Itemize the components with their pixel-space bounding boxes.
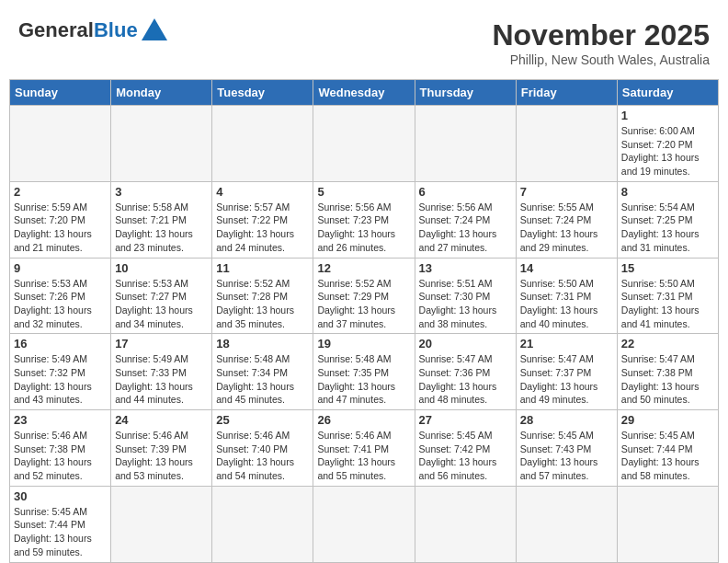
day-number: 4 — [216, 185, 309, 199]
day-info: Sunrise: 5:45 AMSunset: 7:44 PMDaylight:… — [14, 505, 107, 559]
calendar: SundayMondayTuesdayWednesdayThursdayFrid… — [9, 79, 719, 563]
weekday-header-thursday: Thursday — [415, 80, 516, 106]
day-cell — [313, 106, 415, 182]
day-number: 13 — [419, 261, 512, 275]
day-info: Sunrise: 5:59 AMSunset: 7:20 PMDaylight:… — [14, 201, 107, 255]
day-number: 29 — [621, 413, 714, 427]
day-cell: 19Sunrise: 5:48 AMSunset: 7:35 PMDayligh… — [313, 334, 415, 410]
week-row-5: 30Sunrise: 5:45 AMSunset: 7:44 PMDayligh… — [10, 486, 719, 562]
day-cell: 26Sunrise: 5:46 AMSunset: 7:41 PMDayligh… — [313, 410, 415, 487]
day-info: Sunrise: 5:47 AMSunset: 7:37 PMDaylight:… — [520, 352, 613, 407]
day-number: 6 — [419, 185, 512, 199]
day-cell: 25Sunrise: 5:46 AMSunset: 7:40 PMDayligh… — [212, 410, 313, 487]
day-info: Sunrise: 5:46 AMSunset: 7:38 PMDaylight:… — [14, 429, 107, 483]
day-cell: 10Sunrise: 5:53 AMSunset: 7:27 PMDayligh… — [111, 258, 212, 334]
day-cell: 5Sunrise: 5:56 AMSunset: 7:23 PMDaylight… — [313, 181, 415, 258]
day-cell: 1Sunrise: 6:00 AMSunset: 7:20 PMDaylight… — [617, 106, 718, 182]
day-cell — [212, 486, 313, 562]
day-info: Sunrise: 5:47 AMSunset: 7:38 PMDaylight:… — [621, 352, 714, 407]
day-cell — [313, 486, 415, 562]
day-number: 9 — [14, 261, 107, 275]
day-number: 18 — [216, 337, 309, 350]
day-cell: 24Sunrise: 5:46 AMSunset: 7:39 PMDayligh… — [111, 410, 212, 487]
day-cell: 3Sunrise: 5:58 AMSunset: 7:21 PMDaylight… — [111, 181, 212, 258]
day-cell: 15Sunrise: 5:50 AMSunset: 7:31 PMDayligh… — [617, 258, 718, 334]
day-info: Sunrise: 5:52 AMSunset: 7:29 PMDaylight:… — [317, 277, 410, 331]
day-cell — [415, 106, 516, 182]
day-number: 26 — [317, 413, 410, 427]
logo-blue-text: Blue — [94, 18, 138, 42]
day-info: Sunrise: 5:52 AMSunset: 7:28 PMDaylight:… — [216, 277, 309, 331]
week-row-4: 23Sunrise: 5:46 AMSunset: 7:38 PMDayligh… — [10, 410, 719, 487]
day-number: 20 — [419, 337, 512, 350]
day-info: Sunrise: 5:53 AMSunset: 7:26 PMDaylight:… — [14, 277, 107, 331]
day-cell: 11Sunrise: 5:52 AMSunset: 7:28 PMDayligh… — [212, 258, 313, 334]
day-info: Sunrise: 5:58 AMSunset: 7:21 PMDaylight:… — [115, 201, 208, 255]
day-cell: 6Sunrise: 5:56 AMSunset: 7:24 PMDaylight… — [415, 181, 516, 258]
weekday-header-wednesday: Wednesday — [313, 80, 415, 106]
weekday-header-monday: Monday — [111, 80, 212, 106]
day-cell: 23Sunrise: 5:46 AMSunset: 7:38 PMDayligh… — [10, 410, 111, 487]
day-cell: 21Sunrise: 5:47 AMSunset: 7:37 PMDayligh… — [516, 334, 617, 410]
day-number: 1 — [621, 109, 714, 122]
day-number: 25 — [216, 413, 309, 427]
day-cell — [10, 106, 111, 182]
day-info: Sunrise: 5:56 AMSunset: 7:23 PMDaylight:… — [317, 201, 410, 255]
day-info: Sunrise: 5:53 AMSunset: 7:27 PMDaylight:… — [115, 277, 208, 331]
day-number: 22 — [621, 337, 714, 350]
day-info: Sunrise: 6:00 AMSunset: 7:20 PMDaylight:… — [621, 124, 714, 178]
day-info: Sunrise: 5:49 AMSunset: 7:33 PMDaylight:… — [115, 352, 208, 407]
day-info: Sunrise: 5:45 AMSunset: 7:44 PMDaylight:… — [621, 429, 714, 483]
day-info: Sunrise: 5:46 AMSunset: 7:40 PMDaylight:… — [216, 429, 309, 483]
weekday-header-row: SundayMondayTuesdayWednesdayThursdayFrid… — [10, 80, 719, 106]
day-cell: 16Sunrise: 5:49 AMSunset: 7:32 PMDayligh… — [10, 334, 111, 410]
day-cell: 18Sunrise: 5:48 AMSunset: 7:34 PMDayligh… — [212, 334, 313, 410]
week-row-3: 16Sunrise: 5:49 AMSunset: 7:32 PMDayligh… — [10, 334, 719, 410]
day-cell: 14Sunrise: 5:50 AMSunset: 7:31 PMDayligh… — [516, 258, 617, 334]
day-number: 14 — [520, 261, 613, 275]
day-info: Sunrise: 5:45 AMSunset: 7:42 PMDaylight:… — [419, 429, 512, 483]
day-cell: 12Sunrise: 5:52 AMSunset: 7:29 PMDayligh… — [313, 258, 415, 334]
day-number: 27 — [419, 413, 512, 427]
day-info: Sunrise: 5:54 AMSunset: 7:25 PMDaylight:… — [621, 201, 714, 255]
day-number: 17 — [115, 337, 208, 350]
day-info: Sunrise: 5:50 AMSunset: 7:31 PMDaylight:… — [520, 277, 613, 331]
day-info: Sunrise: 5:46 AMSunset: 7:39 PMDaylight:… — [115, 429, 208, 483]
day-info: Sunrise: 5:47 AMSunset: 7:36 PMDaylight:… — [419, 352, 512, 407]
day-number: 30 — [14, 489, 107, 503]
day-number: 16 — [14, 337, 107, 350]
day-number: 5 — [317, 185, 410, 199]
day-cell — [617, 486, 718, 562]
day-info: Sunrise: 5:56 AMSunset: 7:24 PMDaylight:… — [419, 201, 512, 255]
day-cell: 7Sunrise: 5:55 AMSunset: 7:24 PMDaylight… — [516, 181, 617, 258]
day-cell — [516, 486, 617, 562]
day-number: 28 — [520, 413, 613, 427]
weekday-header-tuesday: Tuesday — [212, 80, 313, 106]
day-cell: 20Sunrise: 5:47 AMSunset: 7:36 PMDayligh… — [415, 334, 516, 410]
day-cell: 13Sunrise: 5:51 AMSunset: 7:30 PMDayligh… — [415, 258, 516, 334]
day-cell: 8Sunrise: 5:54 AMSunset: 7:25 PMDaylight… — [617, 181, 718, 258]
day-cell — [212, 106, 313, 182]
day-info: Sunrise: 5:57 AMSunset: 7:22 PMDaylight:… — [216, 201, 309, 255]
day-cell: 2Sunrise: 5:59 AMSunset: 7:20 PMDaylight… — [10, 181, 111, 258]
logo-general-text: General — [18, 18, 94, 42]
day-number: 19 — [317, 337, 410, 350]
day-number: 10 — [115, 261, 208, 275]
day-number: 7 — [520, 185, 613, 199]
day-number: 21 — [520, 337, 613, 350]
day-cell: 22Sunrise: 5:47 AMSunset: 7:38 PMDayligh… — [617, 334, 718, 410]
weekday-header-sunday: Sunday — [10, 80, 111, 106]
day-number: 2 — [14, 185, 107, 199]
day-cell: 9Sunrise: 5:53 AMSunset: 7:26 PMDaylight… — [10, 258, 111, 334]
day-info: Sunrise: 5:55 AMSunset: 7:24 PMDaylight:… — [520, 201, 613, 255]
day-info: Sunrise: 5:46 AMSunset: 7:41 PMDaylight:… — [317, 429, 410, 483]
day-number: 11 — [216, 261, 309, 275]
day-cell — [111, 106, 212, 182]
day-info: Sunrise: 5:51 AMSunset: 7:30 PMDaylight:… — [419, 277, 512, 331]
weekday-header-saturday: Saturday — [617, 80, 718, 106]
logo-triangle-icon — [142, 18, 167, 40]
day-cell: 29Sunrise: 5:45 AMSunset: 7:44 PMDayligh… — [617, 410, 718, 487]
week-row-2: 9Sunrise: 5:53 AMSunset: 7:26 PMDaylight… — [10, 258, 719, 334]
day-number: 8 — [621, 185, 714, 199]
day-cell: 28Sunrise: 5:45 AMSunset: 7:43 PMDayligh… — [516, 410, 617, 487]
